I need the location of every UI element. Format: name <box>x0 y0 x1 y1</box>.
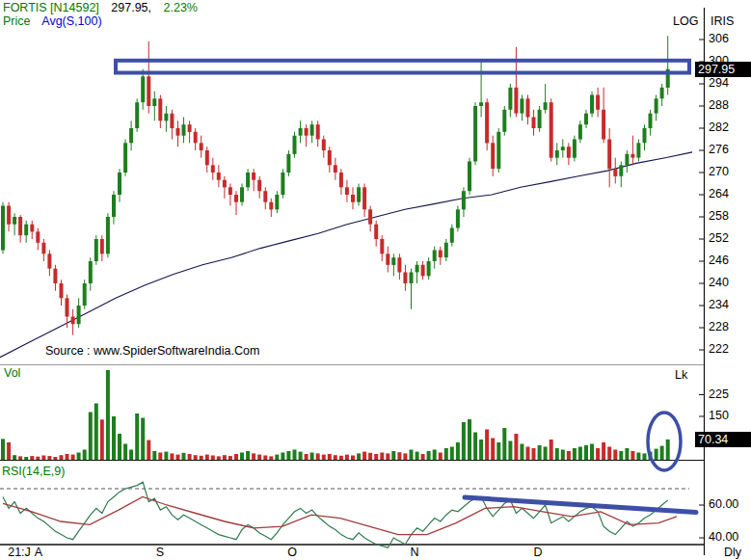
chart-header: FORTIS [N14592] 297.95, 2.23% <box>3 1 198 14</box>
candle-body <box>532 118 536 129</box>
candle-body <box>508 88 512 110</box>
volume-bar <box>118 434 121 460</box>
volume-bar <box>666 440 670 460</box>
candle-body <box>13 217 16 225</box>
volume-bar <box>182 453 186 460</box>
volume-bar <box>573 448 577 460</box>
volume-bar <box>514 434 518 460</box>
volume-bar <box>66 454 69 460</box>
candle-body <box>305 128 308 136</box>
volume-bar <box>223 455 227 460</box>
volume-bar <box>100 419 104 460</box>
volume-bar <box>427 451 431 460</box>
change-percent-label: 2.23% <box>164 1 198 14</box>
volume-bar <box>362 452 366 460</box>
volume-bar <box>129 450 133 461</box>
candle-body <box>526 98 530 117</box>
volume-panel-label: Vol <box>4 366 20 381</box>
volume-bar <box>450 447 454 461</box>
candle-body <box>66 298 69 316</box>
volume-bar <box>613 450 617 461</box>
template-name-label: IRIS <box>711 14 734 29</box>
volume-bar <box>94 404 98 461</box>
volume-bar <box>351 456 355 461</box>
volume-bar <box>496 442 500 460</box>
volume-bar <box>47 456 51 460</box>
candle-body <box>427 261 431 276</box>
candle-body <box>520 98 523 113</box>
volume-bar <box>397 452 401 460</box>
volume-bar <box>275 455 279 460</box>
volume-bar <box>89 413 93 461</box>
chart-canvas[interactable] <box>0 0 751 560</box>
candle-body <box>421 265 425 277</box>
candle-body <box>462 191 466 209</box>
candle-body <box>456 209 460 227</box>
volume-bar <box>147 440 150 460</box>
candle-body <box>106 217 110 253</box>
candle-body <box>275 195 279 209</box>
volume-bar <box>456 442 460 460</box>
candle-body <box>176 128 180 136</box>
candle-body <box>403 273 407 284</box>
candle-body <box>71 317 75 325</box>
volume-bar <box>636 453 640 461</box>
candle-body <box>468 162 471 192</box>
candle-body <box>316 124 320 139</box>
volume-bar <box>24 457 28 460</box>
candle-body <box>416 265 419 273</box>
volume-bar <box>310 453 314 461</box>
candle-body <box>129 128 133 143</box>
candle-body <box>141 76 145 102</box>
candle-body <box>7 206 11 225</box>
candle-body <box>362 187 366 209</box>
candle-body <box>573 140 577 158</box>
source-note: Source : www.SpiderSoftwareIndia.Com <box>45 344 259 359</box>
candle-body <box>636 143 640 157</box>
volume-bar <box>479 440 483 460</box>
volume-bar <box>655 449 658 460</box>
candle-body <box>286 154 290 173</box>
candle-body <box>257 180 261 192</box>
volume-bar <box>211 456 215 461</box>
volume-bar <box>36 457 40 460</box>
candle-body <box>217 173 221 180</box>
candle-body <box>158 98 162 120</box>
candle-body <box>596 95 600 110</box>
volume-bar <box>410 450 414 461</box>
log-scale-label: LOG <box>673 14 698 29</box>
candle-body <box>578 124 582 139</box>
candle-body <box>94 239 98 261</box>
volume-bar <box>228 456 232 460</box>
candle-body <box>182 124 186 136</box>
volume-bar <box>328 454 332 460</box>
candle-body <box>100 239 104 253</box>
volume-bar <box>334 455 337 460</box>
volume-bar <box>508 441 512 461</box>
last-price-tag: 297.95 <box>695 62 751 77</box>
candle-body <box>439 251 443 258</box>
volume-bar <box>660 446 664 460</box>
candle-body <box>607 140 611 170</box>
volume-bar <box>416 452 419 460</box>
candle-body <box>234 195 238 202</box>
candle-body <box>649 114 653 128</box>
candle-body <box>339 173 343 187</box>
candle-body <box>18 217 22 235</box>
candle-body <box>246 173 250 187</box>
volume-bar <box>380 453 384 461</box>
candle-body <box>1 206 5 251</box>
candle-body <box>252 173 255 180</box>
candle-body <box>334 165 337 173</box>
candle-body <box>491 143 495 169</box>
volume-bar <box>421 454 425 460</box>
candle-body <box>200 143 203 150</box>
candle-body <box>433 251 437 262</box>
volume-bar <box>41 456 45 461</box>
volume-bar <box>502 428 506 460</box>
candle-body <box>602 110 605 140</box>
volume-bar <box>299 452 303 460</box>
candle-body <box>147 76 150 106</box>
volume-bar <box>257 455 261 460</box>
volume-bar <box>200 456 203 460</box>
